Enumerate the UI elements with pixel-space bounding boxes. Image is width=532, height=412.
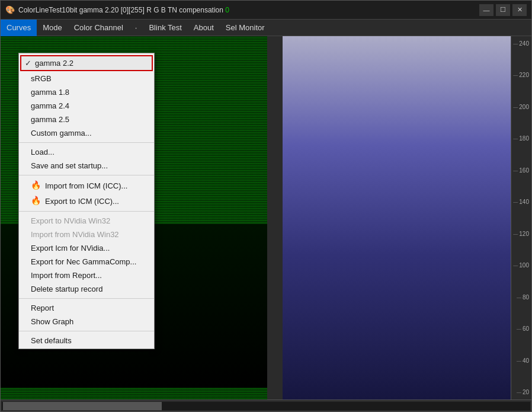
ruler-tick-80: 80 (512, 291, 530, 303)
main-window: 🎨 ColorLineTest10bit gamma 2.20 [0][255]… (0, 0, 532, 412)
separator-2 (19, 175, 154, 175)
ruler-tick-20: 20 (512, 387, 530, 398)
window-controls: — ☐ ✕ (479, 4, 527, 16)
close-button[interactable]: ✕ (512, 4, 527, 16)
menu-separator: · (129, 20, 143, 36)
fire-icon-export: 🔥 (31, 196, 41, 206)
main-content: 240 220 200 180 160 140 120 100 80 60 40… (1, 36, 531, 411)
ruler-tick-60: 60 (512, 323, 530, 335)
menu-option-load[interactable]: Load... (19, 145, 154, 159)
fire-icon-import: 🔥 (31, 180, 41, 191)
ruler-tick-40: 40 (512, 354, 530, 366)
menu-item-sel-monitor[interactable]: Sel Monitor (220, 20, 271, 36)
separator-1 (19, 142, 154, 143)
separator-5 (19, 331, 154, 331)
ruler-tick-180: 180 (512, 133, 530, 145)
check-mark-icon: ✓ (25, 59, 31, 68)
scroll-track[interactable] (2, 402, 530, 410)
menu-bar: Curves Mode Color Channel · Blink Test A… (1, 20, 531, 36)
menu-item-color-channel[interactable]: Color Channel (68, 20, 129, 36)
maximize-button[interactable]: ☐ (496, 4, 510, 16)
ruler-tick-200: 200 (512, 101, 530, 113)
menu-item-about[interactable]: About (188, 20, 220, 36)
curves-dropdown-menu: ✓ gamma 2.2 sRGB gamma 1.8 gamma 2.4 gam… (18, 53, 155, 349)
menu-option-show-graph[interactable]: Show Graph (19, 315, 154, 328)
menu-option-import-report[interactable]: Import from Report... (19, 269, 154, 282)
menu-item-curves[interactable]: Curves (1, 20, 37, 36)
title-text: ColorLineTest10bit gamma 2.20 [0][255] R… (18, 6, 225, 14)
separator-4 (19, 298, 154, 299)
bottom-scrollbar[interactable] (1, 400, 531, 411)
menu-option-save-startup[interactable]: Save and set startup... (19, 159, 154, 173)
ruler-tick-220: 220 (512, 69, 530, 81)
menu-item-mode[interactable]: Mode (37, 20, 68, 36)
menu-option-report[interactable]: Report (19, 301, 154, 315)
menu-option-gamma25[interactable]: gamma 2.5 (19, 113, 154, 126)
menu-option-set-defaults[interactable]: Set defaults (19, 334, 154, 347)
ruler-tick-160: 160 (512, 164, 530, 176)
menu-option-custom-gamma[interactable]: Custom gamma... (19, 126, 154, 140)
menu-option-export-nec[interactable]: Export for Nec GammaComp... (19, 255, 154, 269)
title-accent: 0 (225, 6, 229, 14)
menu-option-srgb[interactable]: sRGB (19, 72, 154, 85)
menu-item-blink-test[interactable]: Blink Test (143, 20, 187, 36)
menu-option-import-nvidia: Import from NVidia Win32 (19, 228, 154, 241)
menu-option-export-icm-nvidia[interactable]: Export Icm for NVidia... (19, 241, 154, 255)
ruler-tick-140: 140 (512, 196, 530, 208)
menu-option-gamma24[interactable]: gamma 2.4 (19, 99, 154, 113)
title-bar: 🎨 ColorLineTest10bit gamma 2.20 [0][255]… (1, 1, 531, 20)
minimize-button[interactable]: — (479, 4, 493, 16)
menu-option-gamma18[interactable]: gamma 1.8 (19, 85, 154, 99)
scroll-thumb[interactable] (3, 402, 162, 410)
menu-option-delete-startup[interactable]: Delete startup record (19, 282, 154, 296)
menu-option-export-icm[interactable]: 🔥 Export to ICM (ICC)... (19, 193, 154, 209)
menu-option-export-nvidia: Export to NVidia Win32 (19, 214, 154, 228)
purple-gradient-zone (283, 36, 531, 400)
ruler-tick-100: 100 (512, 260, 530, 272)
menu-option-gamma22[interactable]: ✓ gamma 2.2 (20, 55, 153, 71)
app-icon: 🎨 (5, 5, 15, 15)
ruler-tick-240: 240 (512, 37, 530, 49)
separator-3 (19, 211, 154, 212)
ruler-right: 240 220 200 180 160 140 120 100 80 60 40… (511, 36, 531, 400)
window-title: ColorLineTest10bit gamma 2.20 [0][255] R… (18, 6, 479, 14)
ruler-tick-120: 120 (512, 228, 530, 239)
menu-option-import-icm[interactable]: 🔥 Import from ICM (ICC)... (19, 178, 154, 193)
